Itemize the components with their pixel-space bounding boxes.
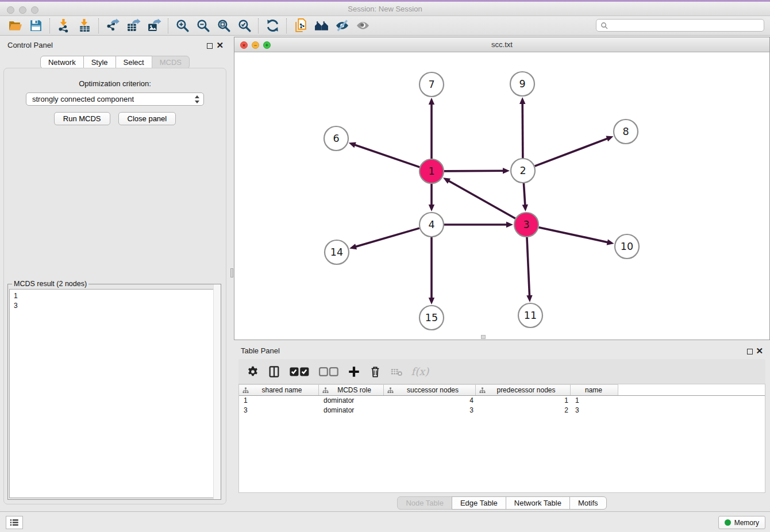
network-window-titlebar: × − + scc.txt (234, 37, 769, 52)
edge-arrowhead (429, 298, 434, 304)
export-table-icon[interactable] (123, 17, 144, 34)
close-window-button[interactable] (7, 6, 14, 14)
mcds-tab-content: Optimization criterion: strongly connect… (3, 68, 226, 504)
node-label: 1 (428, 165, 434, 177)
graph-node-6[interactable]: 6 (324, 126, 348, 151)
deselect-all-icon[interactable] (318, 364, 339, 379)
export-network-icon[interactable] (102, 17, 123, 34)
search-input[interactable] (609, 20, 764, 30)
status-bar: Memory (0, 511, 770, 532)
minimize-window-button[interactable] (19, 6, 26, 14)
open-session-icon[interactable] (5, 17, 25, 34)
tab-edge-table[interactable]: Edge Table (452, 496, 506, 510)
graph-node-14[interactable]: 14 (325, 240, 349, 264)
divider-handle[interactable] (230, 268, 233, 277)
edge-3-1[interactable] (448, 180, 515, 218)
refresh-network-icon[interactable] (262, 17, 283, 34)
graph-node-1[interactable]: 1 (419, 159, 444, 183)
toolbar-separator (286, 18, 287, 33)
duplicate-network-icon[interactable] (290, 17, 311, 34)
graph-node-8[interactable]: 8 (614, 119, 638, 144)
delete-row-icon[interactable] (369, 364, 382, 379)
show-eye-icon[interactable] (352, 17, 373, 34)
select-all-icon[interactable] (289, 364, 310, 379)
minimize-network-button[interactable]: − (252, 41, 259, 49)
table-panel-title: Table Panel (241, 346, 280, 355)
edge-3-11[interactable] (527, 237, 530, 297)
edge-2-8[interactable] (535, 138, 609, 166)
edge-2-3[interactable] (523, 183, 525, 206)
table-row[interactable]: 1dominator411 (239, 396, 765, 406)
graph-node-7[interactable]: 7 (419, 72, 444, 97)
tab-mcds[interactable]: MCDS (152, 56, 190, 69)
mcds-result-text[interactable]: 13 (9, 289, 220, 498)
table-cell[interactable]: 3 (384, 406, 476, 414)
table-cell[interactable]: 4 (384, 396, 476, 404)
table-cell[interactable]: 1 (476, 396, 571, 404)
show-columns-icon[interactable] (268, 364, 280, 379)
tab-network-table[interactable]: Network Table (506, 496, 570, 510)
close-network-button[interactable]: × (240, 41, 248, 49)
maximize-network-button[interactable]: + (263, 41, 271, 49)
edge-1-6[interactable] (353, 144, 419, 167)
graph-node-9[interactable]: 9 (510, 72, 534, 96)
import-network-icon[interactable] (53, 17, 74, 34)
float-table-panel-icon[interactable] (747, 349, 753, 354)
result-scrollbar[interactable] (213, 284, 221, 499)
list-icon (9, 518, 20, 527)
home-view-icon[interactable] (311, 17, 332, 34)
table-cell[interactable]: 3 (239, 406, 319, 414)
column-header-mcds-role[interactable]: MCDS role (319, 384, 384, 395)
table-cell[interactable]: 2 (476, 406, 571, 414)
graph-node-4[interactable]: 4 (419, 213, 444, 237)
table-cell[interactable]: 1 (239, 396, 319, 404)
graph-node-3[interactable]: 3 (514, 213, 538, 237)
graph-node-10[interactable]: 10 (615, 234, 639, 259)
memory-button[interactable]: Memory (718, 516, 765, 529)
toolbar-separator (49, 18, 50, 33)
network-resize-handle[interactable] (481, 335, 486, 339)
tab-motifs[interactable]: Motifs (569, 496, 607, 510)
tab-node-table[interactable]: Node Table (397, 496, 452, 510)
graph-node-2[interactable]: 2 (511, 159, 535, 183)
maximize-window-button[interactable] (31, 6, 38, 14)
export-image-icon[interactable] (144, 17, 164, 34)
table-cell[interactable]: 3 (571, 406, 618, 414)
column-header-shared-name[interactable]: shared name (239, 384, 319, 395)
hide-eye-icon[interactable] (332, 17, 352, 34)
column-header-predecessor-nodes[interactable]: predecessor nodes (476, 384, 571, 395)
column-header-successor-nodes[interactable]: successor nodes (384, 384, 476, 395)
zoom-fit-icon[interactable] (213, 17, 234, 34)
tab-select[interactable]: Select (116, 56, 152, 69)
edge-2-9[interactable] (522, 102, 523, 158)
settings-gear-icon[interactable] (247, 364, 259, 379)
save-session-icon[interactable] (25, 17, 46, 34)
close-table-panel-icon[interactable]: ✕ (756, 346, 763, 356)
close-panel-button[interactable]: Close panel (118, 112, 176, 125)
table-row[interactable]: 3dominator323 (239, 406, 765, 415)
edge-3-10[interactable] (538, 228, 609, 243)
edge-1-2[interactable] (444, 171, 505, 171)
tab-network[interactable]: Network (40, 56, 84, 69)
tab-style[interactable]: Style (83, 56, 116, 69)
graph-node-11[interactable]: 11 (518, 303, 542, 327)
add-row-icon[interactable] (348, 364, 360, 379)
network-graph[interactable]: 7968124314101511 (234, 52, 769, 340)
task-history-button[interactable] (6, 516, 23, 529)
import-table-icon[interactable] (74, 17, 95, 34)
close-panel-icon[interactable]: ✕ (216, 40, 224, 51)
table-cell[interactable]: dominator (319, 396, 384, 404)
edge-arrowhead (607, 239, 614, 245)
table-cell[interactable]: dominator (319, 406, 384, 414)
search-field[interactable] (596, 19, 764, 32)
column-header-name[interactable]: name (571, 384, 618, 395)
edge-4-14[interactable] (355, 228, 419, 247)
optimization-dropdown[interactable]: strongly connected component (26, 92, 204, 106)
run-mcds-button[interactable]: Run MCDS (54, 112, 110, 125)
zoom-selected-icon[interactable] (234, 17, 255, 34)
zoom-in-icon[interactable] (172, 17, 192, 34)
table-cell[interactable]: 1 (571, 396, 618, 404)
float-panel-icon[interactable] (207, 43, 213, 49)
zoom-out-icon[interactable] (192, 17, 213, 34)
graph-node-15[interactable]: 15 (419, 306, 444, 330)
